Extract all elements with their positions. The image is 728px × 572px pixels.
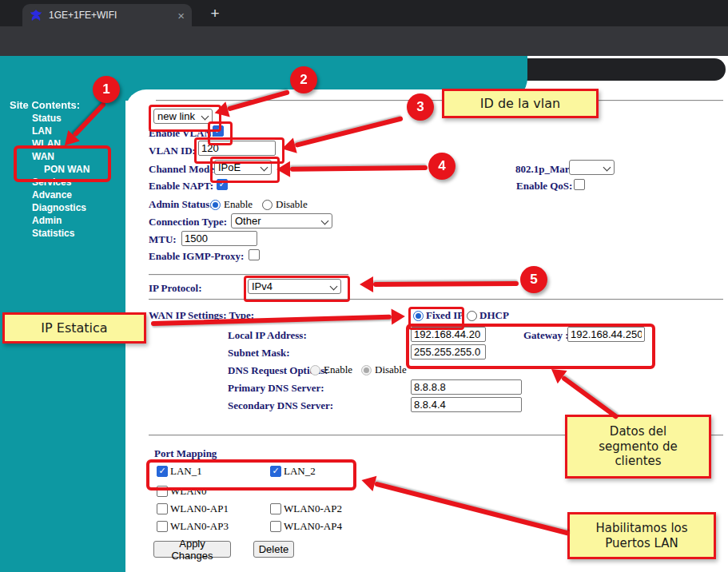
divider-igmp: [149, 274, 348, 275]
callout-vlan-id: ID de la vlan: [442, 89, 599, 118]
tab-close-icon[interactable]: ×: [177, 10, 185, 22]
admin-disable-radio[interactable]: [262, 200, 273, 210]
ip-protocol-label: IP Protocol:: [149, 282, 202, 295]
sidebar-heading: Site Contents:: [10, 99, 80, 111]
step-badge-3: 3: [407, 93, 434, 121]
lan1-label[interactable]: LAN_1: [170, 465, 202, 478]
callout-static-ip: IP Estatica: [2, 312, 146, 344]
p-mark-label: 802.1p_Mark: [515, 163, 575, 176]
admin-status-label: Admin Status:: [149, 198, 213, 211]
channel-mode-select[interactable]: IPoE: [214, 160, 272, 175]
primary-dns-input[interactable]: [411, 379, 522, 395]
igmp-checkbox[interactable]: [249, 249, 260, 260]
wlan0-checkbox[interactable]: [157, 486, 168, 497]
sidebar-item-diagnostics[interactable]: Diagnostics: [32, 202, 86, 213]
dns-disable-radio[interactable]: [361, 365, 372, 375]
chevron-down-icon: [201, 113, 209, 121]
admin-enable-label[interactable]: Enable: [224, 198, 253, 211]
link-select-value: new link: [157, 110, 195, 122]
sidebar-item-lan[interactable]: LAN: [32, 125, 52, 137]
wlan0-label[interactable]: WLAN0: [170, 485, 207, 498]
gateway-input[interactable]: [567, 327, 645, 342]
browser-tab-strip: 1GE+1FE+WIFI × +: [0, 0, 728, 26]
chevron-down-icon: [330, 283, 338, 291]
ip-protocol-value: IPv4: [252, 280, 273, 292]
dhcp-radio[interactable]: [467, 311, 477, 321]
wlan0-ap2-label[interactable]: WLAN0-AP2: [284, 502, 342, 515]
port-mapping-heading: Port Mapping: [154, 447, 217, 460]
subnet-mask-input[interactable]: [411, 344, 486, 359]
dns-enable-radio[interactable]: [310, 365, 320, 375]
apply-changes-button[interactable]: Apply Changes: [153, 541, 231, 558]
browser-tab[interactable]: 1GE+1FE+WIFI ×: [22, 4, 192, 26]
fixed-ip-label[interactable]: Fixed IP: [426, 309, 463, 322]
channel-mode-value: IPoE: [218, 161, 241, 173]
sidebar-item-admin[interactable]: Admin: [32, 215, 62, 226]
mtu-label: MTU:: [149, 233, 177, 246]
sidebar-item-services[interactable]: Services: [32, 177, 71, 188]
wlan0-ap1-checkbox[interactable]: [157, 503, 168, 514]
wlan0-ap2-checkbox[interactable]: [270, 503, 281, 514]
vlan-id-input[interactable]: [198, 141, 276, 156]
sidebar-item-pon-wan[interactable]: PON WAN: [44, 164, 90, 175]
step-badge-5: 5: [520, 266, 547, 293]
wlan0-ap1-label[interactable]: WLAN0-AP1: [170, 502, 229, 515]
chevron-down-icon: [261, 164, 269, 172]
channel-mode-label: Channel Mode: [149, 163, 214, 176]
dns-enable-label[interactable]: Enable: [324, 363, 352, 376]
wlan0-ap3-label[interactable]: WLAN0-AP3: [170, 520, 229, 533]
wlan0-ap3-checkbox[interactable]: [157, 521, 168, 532]
sidebar-item-status[interactable]: Status: [32, 113, 62, 124]
lan2-checkbox[interactable]: [270, 466, 281, 477]
sidebar-item-advance[interactable]: Advance: [32, 189, 72, 201]
vlan-id-label: VLAN ID:: [149, 145, 196, 157]
dns-disable-label[interactable]: Disable: [375, 363, 407, 376]
admin-enable-radio[interactable]: [210, 200, 221, 210]
primary-dns-label: Primary DNS Server:: [228, 382, 324, 395]
dhcp-label[interactable]: DHCP: [479, 309, 509, 322]
arrow-step5-to-ip-protocol: [373, 281, 519, 287]
enable-napt-checkbox[interactable]: [217, 179, 228, 190]
browser-toolbar: ← → ↻ No es seguro 192.168.1.1: [0, 26, 728, 56]
chevron-down-icon: [321, 217, 329, 225]
mtu-input[interactable]: [181, 231, 257, 246]
igmp-label: Enable IGMP-Proxy:: [149, 250, 244, 263]
secondary-dns-input[interactable]: [411, 397, 522, 412]
gateway-label: Gateway :: [523, 329, 569, 342]
enable-napt-label: Enable NAPT:: [149, 180, 213, 193]
connection-type-value: Other: [235, 215, 261, 227]
step-badge-2: 2: [290, 66, 317, 93]
callout-client-segment: Datos del segmento de clientes: [565, 415, 711, 479]
enable-vlan-label: Enable VLAN:: [149, 127, 215, 140]
enable-qos-checkbox[interactable]: [574, 179, 585, 190]
new-tab-button[interactable]: +: [205, 3, 225, 24]
connection-type-select[interactable]: Other: [231, 213, 332, 228]
delete-button[interactable]: Delete: [253, 541, 294, 558]
wlan0-ap4-label[interactable]: WLAN0-AP4: [284, 520, 342, 533]
tab-title: 1GE+1FE+WIFI: [49, 10, 171, 21]
sidebar-item-wlan[interactable]: WLAN: [32, 138, 61, 149]
sidebar-item-statistics[interactable]: Statistics: [32, 228, 74, 239]
screen: 1GE+1FE+WIFI × + ← → ↻ No es seguro 192.…: [0, 0, 728, 572]
step-badge-1: 1: [93, 76, 120, 103]
wlan0-ap4-checkbox[interactable]: [270, 521, 281, 532]
p-mark-select[interactable]: [569, 160, 615, 175]
subnet-mask-label: Subnet Mask:: [228, 347, 290, 359]
local-ip-input[interactable]: [411, 327, 486, 342]
lan2-label[interactable]: LAN_2: [284, 465, 316, 478]
favicon-icon: [30, 9, 42, 22]
step-badge-4: 4: [428, 153, 455, 180]
lan1-checkbox[interactable]: [157, 466, 168, 477]
sidebar-item-wan[interactable]: WAN: [32, 151, 54, 162]
ip-protocol-select[interactable]: IPv4: [248, 279, 341, 294]
enable-qos-label: Enable QoS:: [516, 180, 572, 193]
divider-ip-protocol: [149, 299, 723, 300]
callout-lan-ports: Habilitamos los Puertos LAN: [567, 512, 716, 559]
link-select[interactable]: new link: [153, 109, 213, 124]
secondary-dns-label: Secondary DNS Server:: [228, 399, 333, 412]
local-ip-label: Local IP Address:: [228, 329, 307, 342]
fixed-ip-radio[interactable]: [413, 311, 424, 321]
enable-vlan-checkbox[interactable]: [213, 125, 224, 137]
chevron-down-icon: [603, 164, 611, 172]
admin-disable-label[interactable]: Disable: [276, 198, 308, 211]
